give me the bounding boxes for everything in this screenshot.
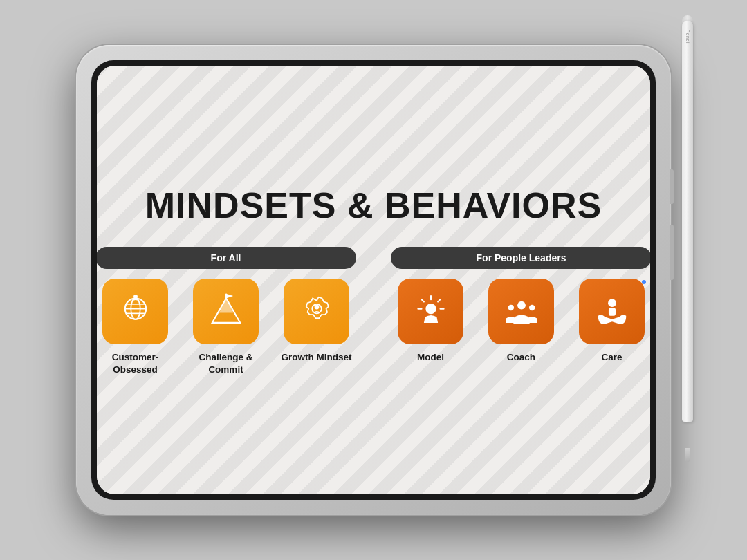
categories-row: For All (97, 247, 650, 375)
care-icon-box (579, 279, 645, 344)
challenge-commit-icon-box (193, 279, 259, 344)
svg-point-11 (314, 305, 319, 310)
item-model[interactable]: Model (391, 279, 470, 364)
for-all-items: Customer- Obsessed (97, 279, 356, 375)
ipad-shell: MINDSETS & BEHAVIORS For All (76, 45, 671, 515)
item-care[interactable]: Care (572, 279, 650, 364)
svg-point-5 (133, 295, 138, 299)
item-challenge-commit[interactable]: Challenge & Commit (186, 279, 266, 375)
care-label: Care (601, 351, 622, 364)
pencil-tip (685, 448, 690, 462)
apple-pencil: Pencil (678, 21, 697, 449)
for-all-header: For All (97, 247, 356, 269)
svg-point-12 (425, 304, 436, 314)
svg-line-16 (421, 300, 423, 302)
mountain-flag-icon (208, 292, 245, 330)
coach-icon-box (488, 279, 554, 344)
person-rays-icon (412, 292, 450, 330)
growth-mindset-icon-box (284, 279, 349, 344)
svg-point-18 (517, 301, 526, 310)
ipad-volume-button-1 (670, 169, 674, 204)
gear-head-icon (298, 292, 335, 330)
page-title: MINDSETS & BEHAVIORS (145, 185, 602, 226)
model-icon-box (398, 279, 463, 344)
growth-mindset-label: Growth Mindset (282, 351, 352, 364)
svg-point-21 (608, 299, 616, 308)
for-people-leaders-header: For People Leaders (391, 247, 650, 269)
pencil-logo: Pencil (685, 29, 690, 44)
item-growth-mindset[interactable]: Growth Mindset (277, 279, 356, 375)
main-content: MINDSETS & BEHAVIORS For All (97, 185, 650, 375)
item-coach[interactable]: Coach (481, 279, 561, 364)
people-group-icon (503, 292, 540, 330)
ipad-volume-button-2 (670, 225, 674, 280)
coach-label: Coach (507, 351, 535, 364)
ipad-bezel: MINDSETS & BEHAVIORS For All (91, 60, 656, 500)
for-people-leaders-items: Model (391, 279, 650, 364)
challenge-commit-label: Challenge & Commit (186, 351, 266, 375)
category-for-all: For All (97, 247, 356, 375)
svg-point-20 (528, 305, 534, 310)
svg-marker-9 (226, 294, 233, 299)
category-for-people-leaders: For People Leaders (391, 247, 650, 364)
ipad-screen: MINDSETS & BEHAVIORS For All (97, 66, 650, 494)
svg-point-19 (508, 305, 513, 310)
model-label: Model (417, 351, 444, 364)
person-hands-icon (593, 292, 631, 330)
svg-rect-22 (608, 308, 615, 316)
globe-people-icon (117, 292, 154, 330)
item-customer-obsessed[interactable]: Customer- Obsessed (97, 279, 175, 375)
scene: Pencil MINDSETS & BEHAVIORS Fo (0, 0, 747, 560)
customer-obsessed-icon-box (102, 279, 168, 344)
pencil-body: Pencil (682, 21, 693, 422)
customer-obsessed-label: Customer- Obsessed (97, 351, 175, 375)
svg-line-14 (438, 300, 440, 302)
